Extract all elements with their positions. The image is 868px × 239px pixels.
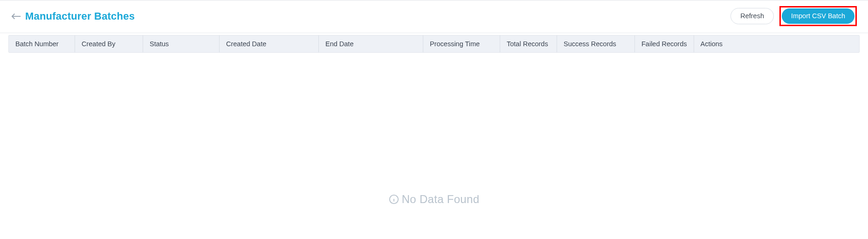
page-container: Manufacturer Batches Refresh Import CSV … [0, 0, 868, 239]
col-processing-time[interactable]: Processing Time [423, 35, 500, 52]
col-total-records[interactable]: Total Records [500, 35, 557, 52]
page-title: Manufacturer Batches [25, 10, 135, 22]
import-csv-batch-button[interactable]: Import CSV Batch [782, 8, 854, 24]
refresh-button[interactable]: Refresh [730, 8, 774, 24]
col-batch-number[interactable]: Batch Number [9, 35, 75, 52]
col-failed-records[interactable]: Failed Records [635, 35, 694, 52]
col-status[interactable]: Status [143, 35, 220, 52]
col-end-date[interactable]: End Date [319, 35, 423, 52]
import-highlight-box: Import CSV Batch [779, 6, 857, 26]
col-success-records[interactable]: Success Records [557, 35, 635, 52]
table-area: Batch Number Created By Status Created D… [0, 35, 868, 206]
col-created-by[interactable]: Created By [75, 35, 143, 52]
empty-state-text: No Data Found [402, 193, 480, 206]
title-group: Manufacturer Batches [11, 10, 135, 22]
table-header-row: Batch Number Created By Status Created D… [8, 35, 860, 53]
col-created-date[interactable]: Created Date [220, 35, 319, 52]
header-bar: Manufacturer Batches Refresh Import CSV … [0, 0, 868, 33]
col-actions[interactable]: Actions [694, 35, 859, 52]
back-arrow-icon[interactable] [11, 12, 21, 21]
action-group: Refresh Import CSV Batch [730, 6, 857, 26]
info-icon [389, 194, 399, 204]
empty-state: No Data Found [8, 193, 860, 206]
